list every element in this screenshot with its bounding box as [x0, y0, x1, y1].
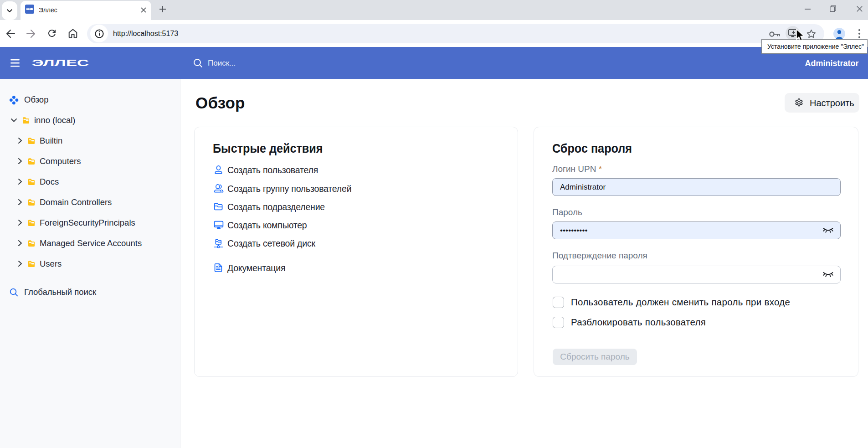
svg-text:ЭЛЛЕС: ЭЛЛЕС — [32, 58, 89, 68]
